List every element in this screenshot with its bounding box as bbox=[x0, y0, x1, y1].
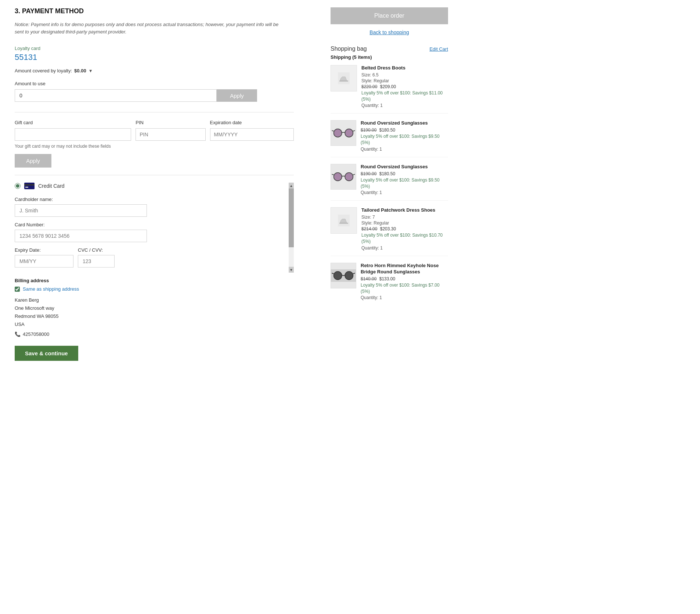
amount-covered: Amount covered by loyalty: $0.00 ▼ bbox=[15, 68, 316, 73]
section-title: 3. PAYMENT METHOD bbox=[15, 7, 316, 15]
same-as-shipping-label: Same as shipping address bbox=[23, 286, 79, 292]
item-name-retro-sunglasses: Retro Horn Rimmed Keyhole Nose Bridge Ro… bbox=[361, 263, 448, 275]
cardholder-input[interactable] bbox=[15, 204, 147, 217]
back-to-shopping-link[interactable]: Back to shopping bbox=[369, 29, 409, 35]
cart-item-sunglasses-1: Round Oversized Sunglasses $190.00 $180.… bbox=[331, 120, 448, 157]
item-prices-sunglasses-2: $190.00 $180.50 bbox=[361, 171, 448, 176]
item-style-dress-shoes: Style: Regular bbox=[361, 220, 448, 226]
item-loyalty-retro-sunglasses: Loyalty 5% off over $100: Savings $7.00 … bbox=[361, 282, 448, 295]
phone-icon: 📞 bbox=[15, 331, 21, 337]
cart-item-sunglasses-2: Round Oversized Sunglasses $190.00 $180.… bbox=[331, 164, 448, 201]
cart-item-dress-shoes: Tailored Patchwork Dress Shoes Size: 7 S… bbox=[331, 207, 448, 256]
cvc-input[interactable] bbox=[78, 255, 115, 267]
item-thumbnail-dress-shoes bbox=[331, 207, 357, 234]
expiration-label: Expiration date bbox=[210, 120, 294, 125]
svg-rect-1 bbox=[24, 184, 35, 186]
item-loyalty-boots: Loyalty 5% off over $100: Savings $11.00… bbox=[361, 90, 448, 103]
item-thumbnail-sunglasses-2 bbox=[331, 164, 356, 190]
item-size-dress-shoes: Size: 7 bbox=[361, 215, 448, 220]
same-as-shipping-checkbox[interactable] bbox=[15, 287, 20, 292]
item-thumbnail-sunglasses-1 bbox=[331, 120, 356, 146]
item-loyalty-sunglasses-2: Loyalty 5% off over $100: Savings $9.50 … bbox=[361, 177, 448, 190]
expiration-input[interactable] bbox=[210, 128, 294, 141]
item-style-boots: Style: Regular bbox=[361, 78, 448, 83]
item-name-dress-shoes: Tailored Patchwork Dress Shoes bbox=[361, 207, 448, 213]
item-details-retro-sunglasses: Retro Horn Rimmed Keyhole Nose Bridge Ro… bbox=[361, 263, 448, 300]
billing-address: Karen Berg One Microsoft way Redmond WA … bbox=[15, 296, 294, 328]
gift-hint: Your gift card may or may not include th… bbox=[15, 144, 294, 149]
place-order-button[interactable]: Place order bbox=[331, 7, 448, 24]
item-details-boots: Belted Dress Boots Size: 6.5 Style: Regu… bbox=[361, 65, 448, 108]
loyalty-card-label: Loyalty card bbox=[15, 46, 316, 51]
amount-to-use-input[interactable] bbox=[15, 89, 217, 102]
cardholder-label: Cardholder name: bbox=[15, 197, 147, 202]
amount-to-use-label: Amount to use bbox=[15, 81, 316, 86]
pin-input[interactable] bbox=[136, 128, 205, 141]
billing-section: Billing address Same as shipping address… bbox=[15, 273, 294, 337]
item-loyalty-sunglasses-1: Loyalty 5% off over $100: Savings $9.50 … bbox=[361, 133, 448, 146]
shipping-label: Shipping (5 items) bbox=[331, 54, 448, 60]
item-prices-retro-sunglasses: $140.00 $133.00 bbox=[361, 276, 448, 281]
card-number-input[interactable] bbox=[15, 230, 147, 242]
item-loyalty-dress-shoes: Loyalty 5% off over $100: Savings $10.70… bbox=[361, 232, 448, 245]
amount-covered-chevron[interactable]: ▼ bbox=[89, 68, 93, 73]
cart-item-belted-dress-boots: Belted Dress Boots Size: 6.5 Style: Regu… bbox=[331, 65, 448, 114]
loyalty-apply-button[interactable]: Apply bbox=[217, 89, 257, 102]
notice-text: Notice: Payment info is for demo purpose… bbox=[15, 21, 279, 35]
item-size-boots: Size: 6.5 bbox=[361, 72, 448, 78]
billing-phone: 📞 4257058000 bbox=[15, 331, 294, 337]
payment-section: Credit Card Cardholder name: Card Number… bbox=[15, 175, 294, 361]
item-name-sunglasses-1: Round Oversized Sunglasses bbox=[361, 120, 448, 126]
gift-card-section: Gift card PIN Expiration date Your gift … bbox=[15, 112, 294, 168]
credit-card-radio[interactable] bbox=[15, 183, 21, 189]
item-prices-dress-shoes: $214.00 $203.30 bbox=[361, 226, 448, 231]
item-name-sunglasses-2: Round Oversized Sunglasses bbox=[361, 164, 448, 170]
item-details-sunglasses-1: Round Oversized Sunglasses $190.00 $180.… bbox=[361, 120, 448, 151]
expiry-label: Expiry Date: bbox=[15, 247, 73, 253]
item-name-boots: Belted Dress Boots bbox=[361, 65, 448, 71]
save-continue-button[interactable]: Save & continue bbox=[15, 346, 78, 361]
edit-cart-link[interactable]: Edit Cart bbox=[429, 46, 448, 52]
card-number-label: Card Number: bbox=[15, 222, 147, 227]
loyalty-section: Loyalty card 55131 Amount covered by loy… bbox=[15, 46, 316, 102]
cvc-label: CVC / CVV: bbox=[78, 247, 115, 253]
svg-rect-22 bbox=[339, 223, 348, 224]
expiry-input[interactable] bbox=[15, 255, 73, 267]
shopping-bag-title: Shopping bag bbox=[331, 46, 367, 52]
pin-label: PIN bbox=[136, 120, 205, 125]
item-details-sunglasses-2: Round Oversized Sunglasses $190.00 $180.… bbox=[361, 164, 448, 195]
sidebar: Place order Back to shopping Shopping ba… bbox=[331, 7, 448, 607]
cart-items-list: Belted Dress Boots Size: 6.5 Style: Regu… bbox=[331, 65, 448, 305]
item-details-dress-shoes: Tailored Patchwork Dress Shoes Size: 7 S… bbox=[361, 207, 448, 250]
gift-card-apply-button[interactable]: Apply bbox=[15, 154, 51, 168]
scroll-up-arrow[interactable]: ▲ bbox=[289, 183, 294, 188]
billing-title: Billing address bbox=[15, 278, 294, 283]
gift-card-label: Gift card bbox=[15, 120, 131, 125]
gift-card-input[interactable] bbox=[15, 128, 131, 141]
item-qty-retro-sunglasses: Quantity: 1 bbox=[361, 295, 448, 300]
cart-item-retro-sunglasses: Retro Horn Rimmed Keyhole Nose Bridge Ro… bbox=[331, 263, 448, 305]
item-qty-boots: Quantity: 1 bbox=[361, 103, 448, 108]
scrollbar-thumb[interactable] bbox=[289, 188, 294, 247]
credit-card-icon bbox=[24, 183, 35, 189]
item-thumbnail-boots bbox=[331, 65, 357, 91]
item-qty-dress-shoes: Quantity: 1 bbox=[361, 245, 448, 251]
svg-rect-2 bbox=[25, 187, 28, 188]
item-thumbnail-retro-sunglasses bbox=[331, 263, 356, 288]
svg-rect-4 bbox=[339, 80, 348, 82]
svg-rect-0 bbox=[24, 183, 35, 189]
scroll-down-arrow[interactable]: ▼ bbox=[289, 267, 294, 273]
item-prices-sunglasses-1: $190.00 $180.50 bbox=[361, 128, 448, 133]
item-qty-sunglasses-1: Quantity: 1 bbox=[361, 147, 448, 152]
loyalty-card-number: 55131 bbox=[15, 53, 316, 62]
item-qty-sunglasses-2: Quantity: 1 bbox=[361, 190, 448, 195]
credit-card-label: Credit Card bbox=[38, 183, 65, 189]
back-to-shopping: Back to shopping bbox=[331, 29, 448, 35]
item-prices-boots: $220.00 $209.00 bbox=[361, 84, 448, 89]
